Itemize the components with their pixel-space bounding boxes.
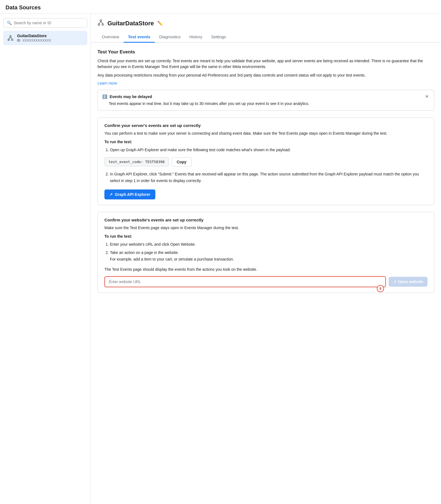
server-section-title: Confirm your server's events are set up … (104, 123, 428, 128)
website-run-test-title: To run the test: (104, 234, 428, 239)
search-input[interactable] (14, 21, 84, 25)
graph-api-btn-label: Graph API Explorer (115, 192, 150, 197)
learn-more-link[interactable]: Learn more (98, 81, 117, 85)
page-header: Data Sources (0, 0, 441, 14)
datasource-item[interactable]: GuitarDataStore ID XXXXXXXXXXXXX (3, 31, 87, 45)
open-website-icon: ↗ (393, 280, 396, 284)
datasource-id-value: XXXXXXXXXXXXX (22, 39, 51, 42)
svg-line-4 (10, 37, 12, 39)
website-section-text: Make sure the Test Events page stays ope… (104, 225, 428, 231)
events-delayed-info-box: ℹ️ Events may be delayed ✕ Test events a… (98, 90, 434, 111)
svg-point-5 (100, 20, 102, 21)
svg-line-8 (99, 21, 101, 24)
tab-history[interactable]: History (185, 32, 207, 43)
content-body: Test Your Events Check that your events … (91, 43, 441, 300)
website-url-input[interactable] (104, 276, 386, 287)
website-step-2b: For example, add a item to your cart, or… (110, 257, 234, 261)
content-title: GuitarDataStore (107, 20, 154, 27)
url-row-wrapper: ↗ Open website 8 (104, 276, 428, 287)
datasource-id-label: ID (17, 39, 20, 42)
svg-line-9 (101, 21, 103, 24)
website-step3-text: The Test Events page should display the … (104, 267, 428, 272)
info-circle-icon: ℹ️ (102, 94, 107, 99)
open-website-button[interactable]: ↗ Open website (389, 277, 428, 287)
info-box-title-row: ℹ️ Events may be delayed (102, 94, 152, 99)
app-container: Data Sources 🔍 Guita (0, 0, 441, 504)
content-header-icon (98, 19, 104, 27)
info-box-header: ℹ️ Events may be delayed ✕ (102, 94, 430, 99)
datasource-info: GuitarDataStore ID XXXXXXXXXXXXX (17, 34, 51, 42)
website-section-title: Confirm your website's events are set up… (104, 218, 428, 222)
page-title: Data Sources (6, 4, 41, 10)
website-steps-list: Enter your website's URL and click Open … (104, 241, 428, 262)
step-badge-8: 8 (377, 285, 384, 292)
server-step-1: Open up Graph API Explorer and make sure… (110, 147, 428, 153)
server-run-test-title: To run the test: (104, 140, 428, 144)
svg-point-7 (102, 24, 104, 25)
content-header: GuitarDataStore ✏️ (91, 14, 441, 27)
search-icon: 🔍 (7, 21, 12, 25)
external-link-icon: ↗ (109, 192, 113, 197)
search-box[interactable]: 🔍 (3, 18, 87, 28)
datasource-icon (7, 34, 14, 42)
server-steps-list: Open up Graph API Explorer and make sure… (104, 147, 428, 153)
graph-api-explorer-button[interactable]: ↗ Graph API Explorer (104, 189, 155, 199)
info-box-text: Test events appear in real time, but it … (109, 101, 430, 107)
edit-icon[interactable]: ✏️ (157, 21, 163, 26)
server-events-section: Confirm your server's events are set up … (98, 117, 434, 205)
test-events-title: Test Your Events (98, 49, 434, 55)
website-events-section: Confirm your website's events are set up… (98, 212, 434, 293)
tabs-bar: Overview Test events Diagnostics History… (91, 32, 441, 43)
test-event-code: test_event_code: TEST58398 (104, 157, 169, 166)
content-area: GuitarDataStore ✏️ Overview Test events … (91, 14, 441, 504)
svg-point-6 (98, 24, 100, 25)
datasource-name: GuitarDataStore (17, 34, 51, 38)
datasource-id: ID XXXXXXXXXXXXX (17, 39, 51, 42)
svg-point-0 (10, 36, 11, 37)
svg-line-3 (9, 37, 10, 39)
test-events-para2: Any data processing restrictions resulti… (98, 72, 434, 78)
main-layout: 🔍 GuitarDataStore ID (0, 14, 441, 504)
close-info-box-button[interactable]: ✕ (424, 94, 430, 99)
website-step-1: Enter your website's URL and click Open … (110, 241, 428, 248)
open-website-label: Open website (398, 280, 423, 284)
tab-diagnostics[interactable]: Diagnostics (155, 32, 185, 43)
test-events-section: Test Your Events Check that your events … (98, 49, 434, 111)
server-step-2: In Graph API Explorer, click "Submit." E… (110, 171, 428, 184)
website-step-2: Take an action on a page in the website.… (110, 250, 428, 263)
server-steps-list-2: In Graph API Explorer, click "Submit." E… (104, 171, 428, 184)
sidebar: 🔍 GuitarDataStore ID (0, 14, 91, 504)
tab-overview[interactable]: Overview (98, 32, 124, 43)
server-section-text: You can perform a test to make sure your… (104, 131, 428, 136)
tab-test-events[interactable]: Test events (124, 32, 155, 43)
svg-point-1 (8, 39, 9, 41)
info-box-title: Events may be delayed (110, 94, 152, 99)
copy-button[interactable]: Copy (172, 157, 192, 167)
test-events-para1: Check that your events are set up correc… (98, 58, 434, 70)
svg-point-2 (12, 39, 13, 41)
tab-settings[interactable]: Settings (207, 32, 230, 43)
code-row: test_event_code: TEST58398 Copy (104, 157, 428, 167)
